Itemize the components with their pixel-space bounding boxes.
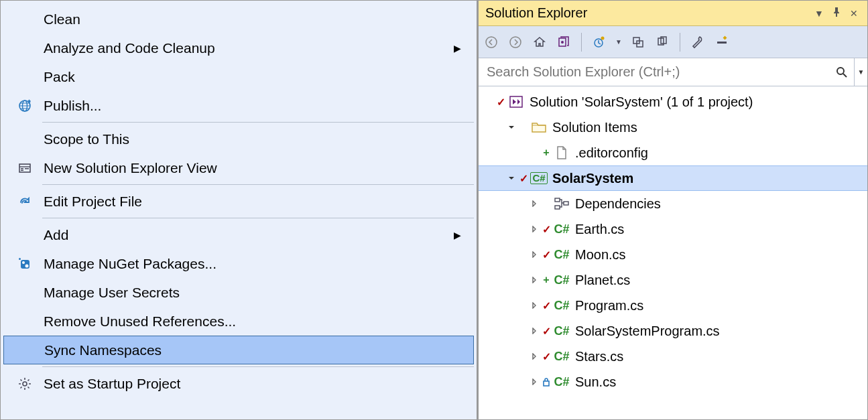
tree-item-label: Solution 'SolarSystem' (1 of 1 project) [525, 94, 753, 110]
tree-item[interactable]: +C#Planet.cs [479, 267, 867, 293]
forward-button[interactable] [507, 33, 524, 51]
svg-point-14 [561, 41, 564, 44]
check-status-icon: ✓ [540, 325, 552, 338]
check-status-icon: ✓ [517, 172, 530, 185]
expander-icon[interactable] [528, 302, 540, 309]
svg-point-12 [510, 37, 521, 48]
tree-item[interactable]: ✓C#Stars.cs [479, 344, 867, 369]
gear-icon [10, 376, 40, 391]
dropdown-icon[interactable]: ▼ [812, 8, 826, 19]
close-icon[interactable]: ✕ [847, 8, 861, 19]
tree-item-label: Program.cs [571, 298, 643, 313]
properties-button[interactable] [689, 33, 706, 51]
menu-item-add[interactable]: Add▶ [3, 220, 474, 249]
cs-icon: C# [552, 222, 571, 236]
svg-rect-27 [544, 381, 549, 386]
menu-item-label: Sync Namespaces [40, 342, 453, 358]
deps-icon [552, 197, 571, 210]
submenu-arrow-icon: ▶ [454, 230, 467, 240]
csproj-icon: C# [530, 172, 548, 184]
search-input[interactable] [479, 58, 830, 86]
tree-item[interactable]: ✓C#Earth.cs [479, 216, 867, 242]
file-icon [552, 145, 571, 160]
menu-item-edit-project-file[interactable]: Edit Project File [3, 187, 474, 216]
tree-item[interactable]: ✓C#SolarSystem [479, 165, 867, 191]
menu-item-remove-unused-references[interactable]: Remove Unused References... [3, 307, 474, 336]
expander-icon[interactable] [528, 328, 540, 334]
check-status-icon: ✓ [540, 249, 552, 261]
cs-icon: C# [552, 299, 571, 313]
expander-icon[interactable] [528, 251, 540, 258]
switch-views-button[interactable] [555, 33, 572, 51]
menu-separator [42, 184, 474, 185]
menu-separator [42, 218, 474, 218]
menu-item-set-as-startup-project[interactable]: Set as Startup Project [3, 369, 474, 398]
menu-item-analyze-and-code-cleanup[interactable]: Analyze and Code Cleanup▶ [3, 33, 474, 62]
expander-icon[interactable] [528, 277, 540, 283]
tree-item[interactable]: Solution Items [479, 115, 867, 140]
explorer-icon [10, 161, 40, 176]
expander-icon[interactable] [528, 226, 540, 232]
tree-item-label: Moon.cs [571, 247, 626, 263]
menu-item-publish[interactable]: Publish... [3, 91, 474, 120]
expander-icon[interactable] [528, 378, 540, 385]
solution-explorer-title: Solution Explorer [485, 5, 808, 21]
expander-icon[interactable] [528, 200, 540, 207]
plus-status-icon: + [540, 274, 552, 286]
cs-icon: C# [552, 375, 571, 389]
search-dropdown-icon[interactable]: ▼ [854, 58, 867, 86]
home-button[interactable] [531, 33, 548, 51]
menu-item-label: Remove Unused References... [40, 313, 454, 330]
menu-item-label: Set as Startup Project [40, 376, 454, 392]
svg-rect-3 [21, 168, 23, 169]
sync-button[interactable] [629, 33, 647, 51]
tree-item[interactable]: ✓C#Moon.cs [479, 242, 867, 267]
tree-item[interactable]: Dependencies [479, 191, 867, 216]
pin-icon[interactable] [830, 7, 843, 19]
tree-item-label: Stars.cs [571, 349, 623, 364]
tree-item[interactable]: ✓C#SolarSystemProgram.cs [479, 318, 867, 344]
tree-item[interactable]: ✓C#Program.cs [479, 293, 867, 318]
tree-item-label: Dependencies [571, 196, 661, 212]
tree-item[interactable]: +.editorconfig [479, 140, 867, 165]
menu-item-label: Edit Project File [40, 194, 454, 210]
preview-button[interactable] [713, 33, 731, 51]
svg-point-7 [22, 261, 25, 264]
back-button[interactable] [483, 33, 500, 51]
menu-item-clean[interactable]: Clean [3, 5, 474, 33]
expander-icon[interactable] [505, 124, 517, 131]
pending-changes-button[interactable] [591, 33, 608, 51]
menu-item-sync-namespaces[interactable]: Sync Namespaces [3, 336, 474, 364]
tree-item-label: Earth.cs [571, 222, 624, 237]
menu-item-label: Manage User Secrets [40, 285, 454, 301]
expander-icon[interactable] [528, 353, 540, 360]
svg-rect-6 [21, 260, 29, 269]
dropdown-arrow-icon[interactable]: ▼ [615, 33, 623, 51]
menu-item-label: Publish... [40, 98, 454, 114]
solution-explorer-search: ▼ [479, 58, 867, 86]
svg-rect-4 [21, 169, 23, 171]
menu-item-manage-user-secrets[interactable]: Manage User Secrets [3, 278, 474, 307]
svg-rect-25 [555, 206, 560, 209]
svg-point-16 [601, 36, 605, 40]
tree-item-label: .editorconfig [571, 145, 648, 161]
toolbar-separator [680, 33, 680, 52]
cs-icon: C# [552, 324, 571, 338]
tree-item[interactable]: C#Sun.cs [479, 369, 867, 395]
show-all-button[interactable] [654, 33, 671, 51]
svg-point-8 [25, 264, 29, 267]
menu-item-scope-to-this[interactable]: Scope to This [3, 125, 474, 153]
search-icon[interactable] [830, 66, 854, 78]
tree-item[interactable]: ✓Solution 'SolarSystem' (1 of 1 project) [479, 89, 867, 115]
context-menu: CleanAnalyze and Code Cleanup▶PackPublis… [1, 1, 477, 419]
submenu-arrow-icon: ▶ [454, 43, 467, 54]
menu-item-new-solution-explorer-view[interactable]: New Solution Explorer View [3, 153, 474, 182]
check-status-icon: ✓ [495, 96, 507, 109]
plus-status-icon: + [540, 147, 552, 159]
expander-icon[interactable] [505, 175, 517, 182]
svg-rect-21 [717, 42, 727, 44]
menu-item-manage-nuget-packages[interactable]: Manage NuGet Packages... [3, 249, 474, 278]
svg-point-22 [837, 68, 844, 74]
menu-item-pack[interactable]: Pack [3, 62, 474, 91]
svg-rect-26 [564, 202, 568, 205]
